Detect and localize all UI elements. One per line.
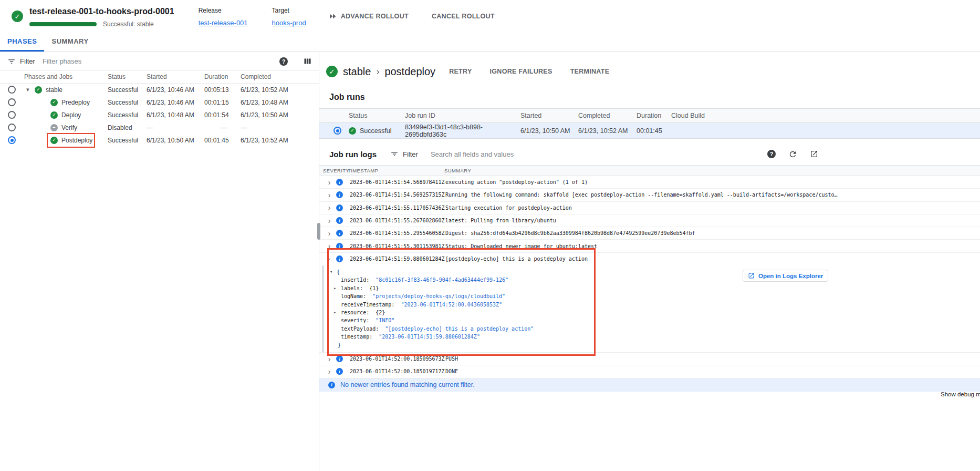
- retry-button[interactable]: RETRY: [449, 68, 472, 75]
- job-run-cloud-build: [671, 123, 980, 139]
- phase-row-stable[interactable]: ▾ ✓ stable Successful 6/1/23, 10:46 AM 0…: [0, 83, 319, 96]
- job-success-icon: ✓: [326, 66, 338, 77]
- col-started: Started: [147, 71, 204, 83]
- release-link[interactable]: test-release-001: [199, 19, 248, 27]
- expand-chevron-icon[interactable]: ›: [326, 230, 332, 237]
- log-entry[interactable]: › i 2023-06-01T14:51:54.568978411Z execu…: [319, 176, 980, 189]
- job-radio[interactable]: [8, 98, 16, 106]
- log-timestamp: 2023-06-01T14:51:54.569257315Z: [350, 192, 445, 198]
- job-radio-selected[interactable]: [8, 136, 16, 144]
- filter-phases-input[interactable]: [43, 57, 279, 65]
- expand-chevron-icon[interactable]: ›: [326, 355, 332, 363]
- filter-label: Filter: [403, 150, 418, 158]
- phase-started: 6/1/23, 10:46 AM: [147, 83, 204, 96]
- job-row-postdeploy[interactable]: ✓ Postdeploy Successful 6/1/23, 10:50 AM…: [0, 134, 319, 147]
- job-run-row[interactable]: ✓ Successful 83499ef3-f3d1-48c3-b898-269…: [319, 123, 980, 139]
- json-value: "8c01c16f-3f83-46f9-904f-4ad63444ef99-12…: [376, 277, 508, 283]
- rollout-header: ✓ test-release-001-to-hooks-prod-0001 Su…: [0, 0, 980, 33]
- log-entry[interactable]: › i 2023-06-01T14:51:55.267602860Z lates…: [319, 214, 980, 227]
- target-link[interactable]: hooks-prod: [272, 19, 306, 27]
- breadcrumb-phase: stable: [343, 66, 371, 78]
- job-name: Postdeploy: [61, 137, 92, 144]
- open-logs-explorer-button[interactable]: Open in Logs Explorer: [743, 270, 828, 282]
- phase-name: stable: [46, 86, 62, 94]
- advance-rollout-label: ADVANCE ROLLOUT: [341, 13, 409, 20]
- expand-chevron-icon[interactable]: ›: [326, 191, 332, 199]
- rollout-status-text: Successful: stable: [103, 21, 154, 28]
- job-row-deploy[interactable]: ✓ Deploy Successful 6/1/23, 10:48 AM 00:…: [0, 109, 319, 121]
- job-run-id: 83499ef3-f3d1-48c3-b898-2695dbfd363c: [405, 123, 520, 139]
- column-options-icon[interactable]: [304, 57, 311, 65]
- terminate-button[interactable]: TERMINATE: [570, 68, 610, 75]
- tab-summary[interactable]: SUMMARY: [44, 33, 96, 52]
- log-summary: [postdeploy-echo] this is a postdeploy a…: [445, 256, 980, 262]
- job-completed: —: [241, 121, 319, 134]
- advance-rollout-button[interactable]: ADVANCE ROLLOUT: [329, 13, 409, 20]
- filter-icon[interactable]: [390, 150, 399, 158]
- ignore-failures-button[interactable]: IGNORE FAILURES: [490, 68, 552, 75]
- job-runs-header-row: Status Job run ID Started Completed Dura…: [319, 109, 980, 123]
- job-started: —: [147, 121, 204, 134]
- info-severity-icon: i: [336, 179, 343, 186]
- cancel-rollout-button[interactable]: CANCEL ROLLOUT: [432, 13, 495, 20]
- job-run-completed: 6/1/23, 10:52 AM: [578, 123, 637, 139]
- success-icon: ✓: [50, 137, 58, 144]
- json-value: "2023-06-01T14:52:00.043605853Z": [401, 302, 502, 308]
- show-debug-toggle[interactable]: Show debug messages: [941, 391, 980, 397]
- filter-icon[interactable]: [7, 57, 16, 66]
- collapse-caret-icon[interactable]: ▾: [26, 86, 34, 93]
- json-key: resource: [341, 310, 369, 315]
- rollout-success-icon: ✓: [12, 11, 23, 22]
- job-name: Predeploy: [61, 99, 90, 106]
- col-cloud-build: Cloud Build: [671, 109, 980, 123]
- col-completed: Completed: [241, 71, 319, 83]
- no-newer-entries-message: No newer entries found matching current …: [340, 381, 475, 388]
- log-timestamp: 2023-06-01T14:51:54.568978411Z: [350, 179, 445, 185]
- phases-panel: Filter ? Phases and Jobs Status Started …: [0, 52, 319, 471]
- info-severity-icon: i: [336, 255, 343, 262]
- log-summary: Digest: sha256:dfd64a3b4296d8c9b62aa3309…: [445, 230, 980, 236]
- json-collapse-icon[interactable]: ▾: [330, 268, 332, 276]
- log-entry[interactable]: › i 2023-06-01T14:51:55.295546058Z Diges…: [319, 227, 980, 240]
- job-duration: 00:01:15: [204, 96, 241, 109]
- json-expand-icon[interactable]: ▸: [333, 309, 336, 316]
- help-icon[interactable]: ?: [279, 57, 288, 66]
- expand-chevron-icon[interactable]: ›: [326, 242, 332, 250]
- log-entry-expanded[interactable]: › i 2023-06-01T14:51:59.880601284Z [post…: [319, 253, 980, 265]
- phase-radio[interactable]: [8, 86, 16, 94]
- log-entry[interactable]: › i 2023-06-01T14:52:00.185095673Z PUSH: [319, 353, 980, 365]
- expand-chevron-icon[interactable]: ›: [326, 217, 332, 224]
- job-status: Successful: [108, 109, 147, 121]
- json-key: labels: [341, 285, 363, 291]
- job-row-verify[interactable]: − Verify Disabled — — —: [0, 121, 319, 134]
- tab-phases[interactable]: PHASES: [0, 33, 44, 52]
- expand-chevron-icon[interactable]: ›: [326, 204, 332, 211]
- target-info: Target hooks-prod: [272, 5, 306, 27]
- log-entry[interactable]: › i 2023-06-01T14:51:55.117057436Z Start…: [319, 202, 980, 214]
- logs-search-input[interactable]: [431, 150, 767, 158]
- help-icon[interactable]: ?: [767, 150, 776, 158]
- release-label: Release: [199, 7, 248, 14]
- job-radio[interactable]: [8, 124, 16, 131]
- json-key: textPayload: [341, 326, 379, 332]
- expand-chevron-icon[interactable]: ›: [326, 368, 332, 375]
- logs-toolbar-icons: ?: [767, 150, 818, 159]
- job-radio[interactable]: [8, 111, 16, 119]
- refresh-icon[interactable]: [788, 150, 797, 159]
- json-expand-icon[interactable]: ▸: [333, 284, 336, 292]
- job-run-radio-selected[interactable]: [333, 127, 341, 135]
- job-row-predeploy[interactable]: ✓ Predeploy Successful 6/1/23, 10:46 AM …: [0, 96, 319, 109]
- collapse-chevron-icon[interactable]: ›: [326, 256, 333, 262]
- phases-table: Phases and Jobs Status Started Duration …: [0, 71, 319, 147]
- open-in-new-icon[interactable]: [810, 150, 818, 158]
- expand-chevron-icon[interactable]: ›: [326, 179, 332, 186]
- info-severity-icon: i: [336, 368, 343, 375]
- log-entry[interactable]: › i 2023-06-01T14:51:54.569257315Z Runni…: [319, 189, 980, 201]
- log-entry[interactable]: › i 2023-06-01T14:52:00.185019717Z DONE: [319, 365, 980, 378]
- log-timestamp: 2023-06-01T14:52:00.185095673Z: [350, 356, 445, 362]
- job-status: Successful: [108, 96, 147, 109]
- log-entry[interactable]: › i 2023-06-01T14:51:55.301153981Z Statu…: [319, 240, 980, 252]
- left-panel-scrollbar[interactable]: [317, 223, 320, 240]
- target-label: Target: [272, 7, 306, 14]
- json-key: logName: [341, 293, 366, 299]
